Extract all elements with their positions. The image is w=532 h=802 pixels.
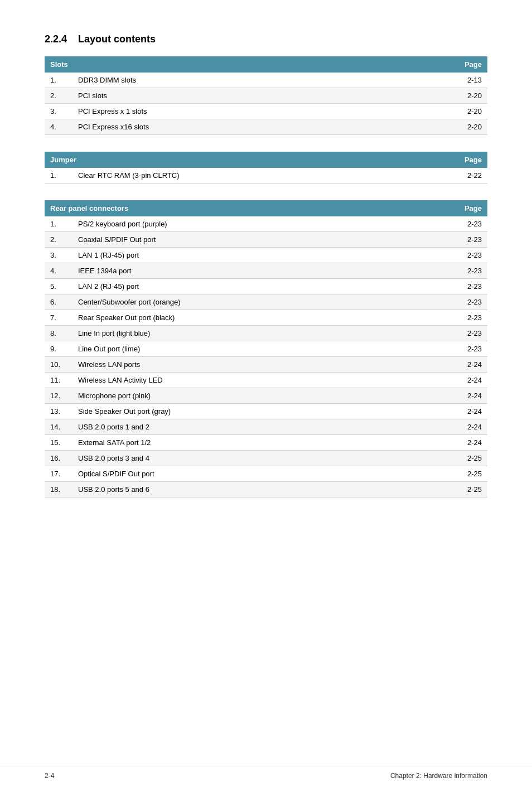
row-number: 1.: [45, 216, 72, 232]
row-description: PS/2 keyboard port (purple): [72, 216, 454, 232]
row-page: 2-23: [454, 279, 487, 294]
row-page: 2-24: [454, 388, 487, 404]
row-description: Rear Speaker Out port (black): [72, 310, 454, 326]
table-row: 2. Coaxial S/PDIF Out port 2-23: [45, 232, 487, 248]
row-description: Microphone port (pink): [72, 388, 454, 404]
slots-table: Slots Page 1. DDR3 DIMM slots 2-13 2. PC…: [45, 56, 487, 135]
row-description: LAN 2 (RJ-45) port: [72, 279, 454, 294]
row-description: Center/Subwoofer port (orange): [72, 294, 454, 310]
table-row: 9. Line Out port (lime) 2-23: [45, 341, 487, 357]
rear-panel-header-row: Rear panel connectors Page: [45, 200, 487, 216]
footer-page-number: 2-4: [45, 772, 54, 780]
row-description: Optical S/PDIF Out port: [72, 466, 454, 482]
row-page: 2-23: [454, 341, 487, 357]
slots-header-label: Slots: [45, 56, 454, 73]
row-page: 2-24: [454, 373, 487, 388]
table-row: 4. PCI Express x16 slots 2-20: [45, 119, 487, 135]
row-description: Wireless LAN Activity LED: [72, 373, 454, 388]
row-number: 14.: [45, 419, 72, 435]
row-description: Clear RTC RAM (3-pin CLRTC): [72, 168, 454, 183]
row-description: DDR3 DIMM slots: [72, 73, 454, 88]
row-description: External SATA port 1/2: [72, 435, 454, 451]
footer-chapter-info: Chapter 2: Hardware information: [390, 772, 487, 780]
table-row: 7. Rear Speaker Out port (black) 2-23: [45, 310, 487, 326]
table-row: 4. IEEE 1394a port 2-23: [45, 263, 487, 279]
row-number: 2.: [45, 232, 72, 248]
row-page: 2-23: [454, 294, 487, 310]
row-page: 2-23: [454, 263, 487, 279]
row-page: 2-25: [454, 466, 487, 482]
row-page: 2-22: [454, 168, 487, 183]
row-description: USB 2.0 ports 3 and 4: [72, 451, 454, 466]
row-number: 1.: [45, 168, 72, 183]
row-number: 11.: [45, 373, 72, 388]
table-row: 13. Side Speaker Out port (gray) 2-24: [45, 404, 487, 419]
row-description: USB 2.0 ports 5 and 6: [72, 482, 454, 497]
row-description: Line Out port (lime): [72, 341, 454, 357]
page-footer: 2-4 Chapter 2: Hardware information: [0, 766, 532, 785]
row-number: 6.: [45, 294, 72, 310]
rear-panel-header-page: Page: [454, 200, 487, 216]
slots-table-header-row: Slots Page: [45, 56, 487, 73]
row-page: 2-23: [454, 248, 487, 263]
table-row: 12. Microphone port (pink) 2-24: [45, 388, 487, 404]
row-description: Side Speaker Out port (gray): [72, 404, 454, 419]
row-number: 8.: [45, 326, 72, 341]
row-number: 13.: [45, 404, 72, 419]
table-row: 1. PS/2 keyboard port (purple) 2-23: [45, 216, 487, 232]
row-description: PCI Express x16 slots: [72, 119, 454, 135]
row-number: 16.: [45, 451, 72, 466]
table-row: 14. USB 2.0 ports 1 and 2 2-24: [45, 419, 487, 435]
table-row: 18. USB 2.0 ports 5 and 6 2-25: [45, 482, 487, 497]
row-page: 2-24: [454, 419, 487, 435]
section-heading: 2.2.4Layout contents: [45, 33, 487, 45]
row-page: 2-23: [454, 216, 487, 232]
row-description: Line In port (light blue): [72, 326, 454, 341]
table-row: 3. LAN 1 (RJ-45) port 2-23: [45, 248, 487, 263]
row-number: 15.: [45, 435, 72, 451]
row-number: 2.: [45, 88, 72, 104]
row-number: 4.: [45, 119, 72, 135]
row-number: 4.: [45, 263, 72, 279]
row-description: USB 2.0 ports 1 and 2: [72, 419, 454, 435]
row-page: 2-24: [454, 435, 487, 451]
row-description: IEEE 1394a port: [72, 263, 454, 279]
rear-panel-table: Rear panel connectors Page 1. PS/2 keybo…: [45, 200, 487, 497]
row-page: 2-13: [454, 73, 487, 88]
row-page: 2-23: [454, 232, 487, 248]
section-number: 2.2.4: [45, 33, 67, 45]
row-page: 2-23: [454, 310, 487, 326]
row-description: PCI slots: [72, 88, 454, 104]
jumper-table: Jumper Page 1. Clear RTC RAM (3-pin CLRT…: [45, 152, 487, 183]
row-page: 2-25: [454, 482, 487, 497]
row-number: 3.: [45, 104, 72, 119]
row-page: 2-23: [454, 326, 487, 341]
table-row: 10. Wireless LAN ports 2-24: [45, 357, 487, 373]
table-row: 8. Line In port (light blue) 2-23: [45, 326, 487, 341]
jumper-header-label: Jumper: [45, 152, 454, 168]
row-number: 12.: [45, 388, 72, 404]
row-number: 17.: [45, 466, 72, 482]
row-number: 7.: [45, 310, 72, 326]
row-page: 2-20: [454, 88, 487, 104]
row-page: 2-24: [454, 357, 487, 373]
jumper-table-header-row: Jumper Page: [45, 152, 487, 168]
table-row: 2. PCI slots 2-20: [45, 88, 487, 104]
row-description: Coaxial S/PDIF Out port: [72, 232, 454, 248]
row-number: 1.: [45, 73, 72, 88]
row-number: 3.: [45, 248, 72, 263]
table-row: 3. PCI Express x 1 slots 2-20: [45, 104, 487, 119]
row-description: PCI Express x 1 slots: [72, 104, 454, 119]
jumper-header-page: Page: [454, 152, 487, 168]
section-title-text: Layout contents: [78, 33, 156, 45]
row-page: 2-24: [454, 404, 487, 419]
slots-header-page: Page: [454, 56, 487, 73]
row-number: 5.: [45, 279, 72, 294]
row-page: 2-20: [454, 104, 487, 119]
rear-panel-header-label: Rear panel connectors: [45, 200, 454, 216]
row-description: LAN 1 (RJ-45) port: [72, 248, 454, 263]
row-description: Wireless LAN ports: [72, 357, 454, 373]
table-row: 15. External SATA port 1/2 2-24: [45, 435, 487, 451]
row-page: 2-20: [454, 119, 487, 135]
row-number: 10.: [45, 357, 72, 373]
